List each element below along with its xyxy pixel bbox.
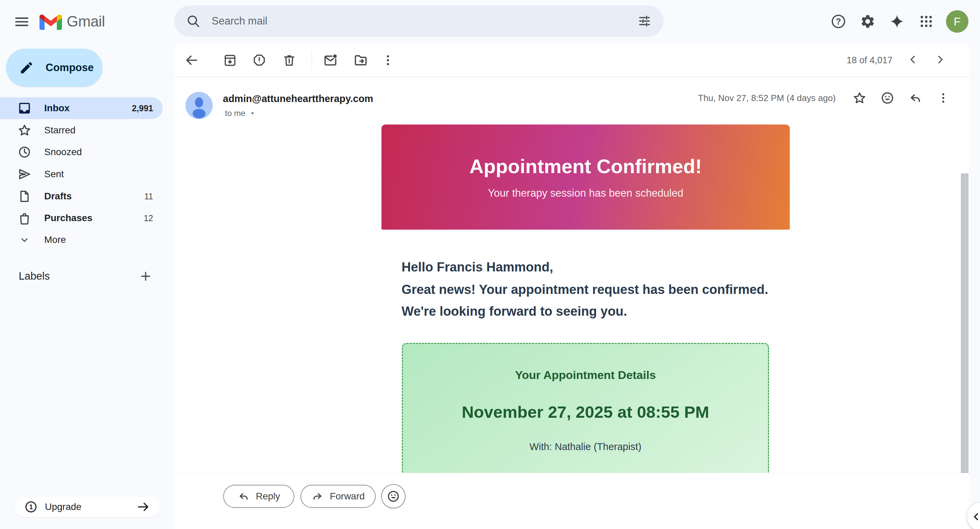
sidebar-item-label: Drafts bbox=[44, 191, 72, 202]
search-input[interactable] bbox=[211, 14, 635, 27]
sidebar-item-count: 12 bbox=[143, 213, 153, 223]
delete-button[interactable] bbox=[280, 51, 299, 70]
tune-icon bbox=[637, 14, 652, 28]
pencil-icon bbox=[19, 60, 34, 75]
message-scroll-area[interactable]: admin@attunehearttherapy.com to me Thu, … bbox=[175, 77, 969, 473]
sidebar-item-label: Snoozed bbox=[44, 147, 82, 157]
chevron-right-icon bbox=[934, 53, 947, 66]
forward-label: Forward bbox=[330, 491, 365, 502]
sidebar-item-starred[interactable]: Starred bbox=[0, 119, 163, 141]
sidebar-item-sent[interactable]: Sent bbox=[0, 163, 163, 185]
gmail-app: Gmail ? bbox=[0, 0, 980, 529]
newer-email-button[interactable] bbox=[904, 50, 923, 69]
topbar-actions: ? F bbox=[829, 10, 969, 33]
shopping-bag-icon bbox=[17, 211, 32, 225]
add-reaction-button[interactable] bbox=[381, 484, 406, 508]
archive-button[interactable] bbox=[221, 51, 240, 70]
forward-button[interactable]: Forward bbox=[301, 485, 375, 508]
appointment-details-box: Your Appointment Details November 27, 20… bbox=[402, 343, 769, 473]
upgrade-label: Upgrade bbox=[45, 502, 81, 512]
file-icon bbox=[17, 189, 32, 203]
gmail-m-icon bbox=[40, 13, 62, 30]
reply-icon-button[interactable] bbox=[907, 89, 924, 107]
clock-icon bbox=[17, 145, 32, 159]
caret-down-icon bbox=[249, 110, 256, 117]
banner-title: Appointment Confirmed! bbox=[469, 155, 702, 178]
search-options-button[interactable] bbox=[635, 11, 654, 31]
move-to-button[interactable] bbox=[351, 51, 370, 70]
details-datetime: November 27, 2025 at 08:55 PM bbox=[403, 402, 768, 421]
email-banner: Appointment Confirmed! Your therapy sess… bbox=[382, 124, 790, 230]
details-heading: Your Appointment Details bbox=[403, 369, 768, 382]
dots-vertical-icon bbox=[937, 92, 950, 105]
octagon-exclaim-icon bbox=[252, 53, 266, 67]
labels-section: Labels bbox=[0, 266, 163, 286]
add-label-button[interactable] bbox=[136, 267, 155, 286]
help-button[interactable]: ? bbox=[829, 12, 848, 31]
chevron-left-icon bbox=[907, 53, 920, 66]
gmail-logo: Gmail bbox=[40, 13, 105, 30]
hamburger-icon bbox=[14, 14, 30, 30]
details-therapist: With: Nathalie (Therapist) bbox=[403, 441, 768, 453]
smiley-icon bbox=[387, 489, 400, 503]
sidebar-item-snoozed[interactable]: Snoozed bbox=[0, 141, 163, 163]
star-outline-icon bbox=[853, 91, 867, 105]
chevron-left-icon bbox=[970, 511, 980, 523]
search-icon bbox=[186, 14, 200, 28]
message-more-button[interactable] bbox=[934, 89, 952, 107]
circled-one-icon: 1 bbox=[24, 500, 37, 513]
mark-unread-button[interactable] bbox=[321, 51, 340, 70]
gear-icon bbox=[860, 14, 875, 29]
pagination-status: 18 of 4,017 bbox=[808, 54, 892, 66]
sidebar-item-count: 11 bbox=[144, 192, 153, 202]
apps-grid-button[interactable] bbox=[917, 12, 936, 31]
settings-button[interactable] bbox=[858, 12, 877, 31]
toolbar-divider bbox=[312, 51, 312, 69]
sidebar-item-label: Starred bbox=[44, 125, 76, 136]
search-bar[interactable] bbox=[174, 5, 663, 37]
envelope-dot-icon bbox=[323, 53, 338, 68]
arrow-left-icon bbox=[184, 53, 199, 68]
recipient-toggle[interactable]: to me bbox=[223, 108, 258, 118]
reply-button[interactable]: Reply bbox=[223, 485, 294, 508]
labels-heading: Labels bbox=[19, 270, 50, 282]
older-email-button[interactable] bbox=[931, 50, 950, 69]
main-menu-button[interactable] bbox=[11, 11, 32, 32]
search-button[interactable] bbox=[184, 11, 203, 31]
more-options-button[interactable] bbox=[379, 51, 398, 70]
sidebar-item-label: Sent bbox=[44, 169, 64, 180]
report-spam-button[interactable] bbox=[250, 51, 269, 70]
plus-icon bbox=[139, 269, 153, 283]
upgrade-button[interactable]: 1 Upgrade bbox=[14, 497, 160, 517]
sidebar-item-drafts[interactable]: Drafts 11 bbox=[0, 186, 163, 207]
forward-arrow-icon bbox=[311, 490, 324, 502]
account-avatar[interactable]: F bbox=[946, 10, 969, 33]
person-icon bbox=[185, 92, 213, 119]
scrollbar-thumb[interactable] bbox=[961, 173, 969, 473]
star-message-button[interactable] bbox=[851, 89, 869, 107]
sender-email[interactable]: admin@attunehearttherapy.com bbox=[223, 93, 373, 105]
reply-arrow-icon bbox=[908, 91, 923, 105]
compose-label: Compose bbox=[46, 62, 94, 74]
svg-text:?: ? bbox=[836, 17, 841, 26]
emoji-reaction-button[interactable] bbox=[878, 89, 896, 107]
sidebar-item-more[interactable]: More bbox=[0, 229, 163, 251]
message-header-actions: Thu, Nov 27, 8:52 PM (4 days ago) bbox=[698, 89, 952, 107]
gemini-button[interactable] bbox=[888, 12, 907, 31]
body-greeting: Hello Francis Hammond, bbox=[401, 260, 895, 275]
back-button[interactable] bbox=[182, 51, 201, 70]
help-icon: ? bbox=[830, 13, 846, 30]
reply-arrow-icon bbox=[237, 490, 250, 502]
apps-grid-icon bbox=[919, 14, 934, 29]
banner-subtitle: Your therapy session has been scheduled bbox=[488, 187, 683, 199]
sidebar-item-purchases[interactable]: Purchases 12 bbox=[0, 207, 163, 229]
sidebar-item-label: Inbox bbox=[44, 103, 70, 114]
message-footer: Reply Forward bbox=[175, 473, 969, 529]
body-line: Great news! Your appointment request has… bbox=[401, 282, 895, 297]
chevron-down-icon bbox=[17, 234, 32, 246]
inbox-icon bbox=[17, 101, 32, 115]
compose-button[interactable]: Compose bbox=[6, 49, 102, 87]
sender-avatar[interactable] bbox=[185, 92, 213, 119]
sidebar-item-inbox[interactable]: Inbox 2,991 bbox=[0, 97, 163, 119]
arrow-right-icon bbox=[136, 500, 150, 514]
